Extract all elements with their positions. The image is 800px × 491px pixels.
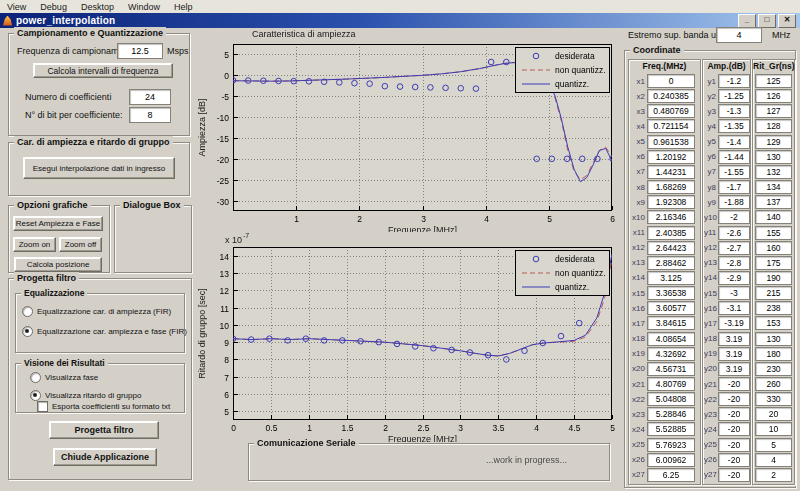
freq-input[interactable] <box>647 119 695 133</box>
amp-input[interactable] <box>718 301 750 315</box>
amp-input[interactable] <box>718 104 750 118</box>
amplitude-chart[interactable] <box>194 28 620 232</box>
ritgr-input[interactable] <box>755 210 792 224</box>
radio-view-phase[interactable]: Visualizza fase <box>30 372 98 383</box>
amp-input[interactable] <box>718 362 750 376</box>
ritgr-input[interactable] <box>755 286 792 300</box>
zoom-off-button[interactable]: Zoom off <box>59 237 102 252</box>
ritgr-input[interactable] <box>755 74 792 88</box>
freq-input[interactable] <box>647 468 695 482</box>
amp-input[interactable] <box>718 286 750 300</box>
ritgr-input[interactable] <box>755 165 792 179</box>
freq-input[interactable] <box>647 316 695 330</box>
ritgr-input[interactable] <box>755 135 792 149</box>
freq-input[interactable] <box>647 210 695 224</box>
amp-input[interactable] <box>718 256 750 270</box>
ritgr-input[interactable] <box>755 392 792 406</box>
amp-input[interactable] <box>718 135 750 149</box>
freq-input[interactable] <box>647 377 695 391</box>
amp-input[interactable] <box>718 195 750 209</box>
radio-selected-icon[interactable] <box>22 326 33 337</box>
band-limit-input[interactable] <box>716 27 762 43</box>
ritgr-input[interactable] <box>755 438 792 452</box>
freq-input[interactable] <box>647 286 695 300</box>
freq-input[interactable] <box>647 332 695 346</box>
amp-input[interactable] <box>718 241 750 255</box>
radio-view-group-delay[interactable]: Visualizza ritardo di gruppo <box>30 390 141 401</box>
close-application-button[interactable]: Chiude Applicazione <box>53 448 157 466</box>
ritgr-input[interactable] <box>755 226 792 240</box>
freq-input[interactable] <box>647 407 695 421</box>
minimize-icon[interactable]: _ <box>738 14 756 28</box>
freq-input[interactable] <box>647 241 695 255</box>
coeff-count-input[interactable] <box>129 89 171 105</box>
reset-amp-phase-button[interactable]: Reset Ampiezza e Fase <box>13 216 103 231</box>
freq-input[interactable] <box>647 165 695 179</box>
ritgr-input[interactable] <box>755 468 792 482</box>
radio-icon[interactable] <box>30 372 41 383</box>
amp-input[interactable] <box>718 180 750 194</box>
freq-input[interactable] <box>647 422 695 436</box>
sampling-freq-input[interactable] <box>117 43 163 59</box>
group-delay-chart[interactable] <box>194 232 620 442</box>
amp-input[interactable] <box>718 332 750 346</box>
amp-input[interactable] <box>718 316 750 330</box>
freq-input[interactable] <box>647 438 695 452</box>
amp-input[interactable] <box>718 453 750 467</box>
amp-input[interactable] <box>718 438 750 452</box>
amp-input[interactable] <box>718 377 750 391</box>
design-filter-button[interactable]: Progetta filtro <box>49 421 159 439</box>
amp-input[interactable] <box>718 422 750 436</box>
ritgr-input[interactable] <box>755 180 792 194</box>
ritgr-input[interactable] <box>755 150 792 164</box>
calc-intervals-button[interactable]: Calcola intervalli di frequenza <box>33 63 173 78</box>
menu-item-debug[interactable]: Debug <box>33 2 74 12</box>
amp-input[interactable] <box>718 407 750 421</box>
freq-input[interactable] <box>647 150 695 164</box>
radio-eq-amp-phase[interactable]: Equalizzazione car. ampiezza e fase (FIR… <box>22 326 187 337</box>
freq-input[interactable] <box>647 195 695 209</box>
run-interpolation-button[interactable]: Esegui interpolazione dati in ingresso <box>23 157 175 179</box>
ritgr-input[interactable] <box>755 407 792 421</box>
amp-input[interactable] <box>718 150 750 164</box>
menu-item-help[interactable]: Help <box>167 2 200 12</box>
freq-input[interactable] <box>647 392 695 406</box>
ritgr-input[interactable] <box>755 195 792 209</box>
amp-input[interactable] <box>718 392 750 406</box>
ritgr-input[interactable] <box>755 256 792 270</box>
ritgr-input[interactable] <box>755 422 792 436</box>
amp-input[interactable] <box>718 468 750 482</box>
ritgr-input[interactable] <box>755 104 792 118</box>
close-icon[interactable]: ✕ <box>778 14 796 28</box>
freq-input[interactable] <box>647 301 695 315</box>
freq-input[interactable] <box>647 74 695 88</box>
freq-input[interactable] <box>647 226 695 240</box>
export-coefficients-checkbox[interactable]: Esporta coefficienti su formato txt <box>37 401 170 412</box>
ritgr-input[interactable] <box>755 241 792 255</box>
ritgr-input[interactable] <box>755 347 792 361</box>
ritgr-input[interactable] <box>755 301 792 315</box>
ritgr-input[interactable] <box>755 119 792 133</box>
ritgr-input[interactable] <box>755 89 792 103</box>
ritgr-input[interactable] <box>755 316 792 330</box>
freq-input[interactable] <box>647 135 695 149</box>
checkbox-icon[interactable] <box>37 401 48 412</box>
amp-input[interactable] <box>718 165 750 179</box>
freq-input[interactable] <box>647 256 695 270</box>
ritgr-input[interactable] <box>755 332 792 346</box>
amp-input[interactable] <box>718 89 750 103</box>
radio-selected-icon[interactable] <box>30 390 41 401</box>
freq-input[interactable] <box>647 180 695 194</box>
amp-input[interactable] <box>718 119 750 133</box>
bits-per-coeff-input[interactable] <box>129 107 171 123</box>
freq-input[interactable] <box>647 89 695 103</box>
amp-input[interactable] <box>718 347 750 361</box>
menu-item-view[interactable]: View <box>0 2 33 12</box>
radio-eq-amplitude[interactable]: Equalizzazione car. di ampiezza (FIR) <box>22 306 171 317</box>
zoom-on-button[interactable]: Zoom on <box>13 237 56 252</box>
amp-input[interactable] <box>718 271 750 285</box>
freq-input[interactable] <box>647 271 695 285</box>
restore-icon[interactable]: □ <box>758 14 776 28</box>
ritgr-input[interactable] <box>755 377 792 391</box>
amp-input[interactable] <box>718 210 750 224</box>
